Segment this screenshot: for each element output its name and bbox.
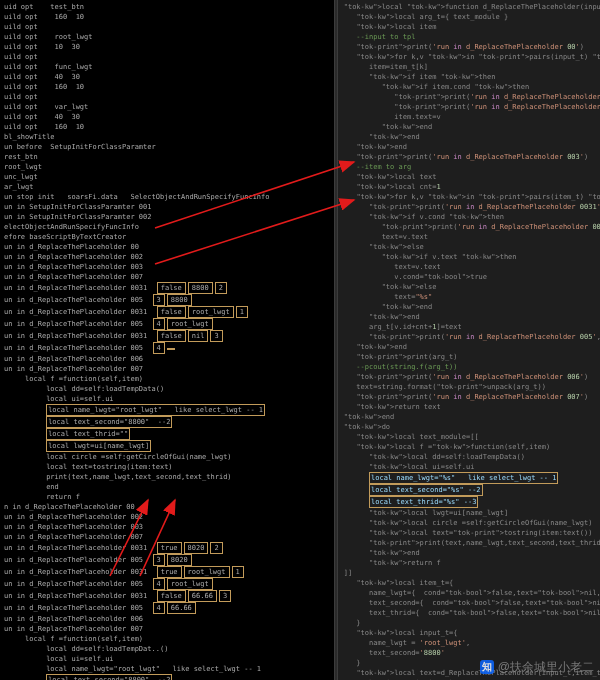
code-line: ar_lwgt [4, 182, 330, 192]
code-line: "tok-kw">local text_module=[[ [344, 432, 594, 442]
code-line: "tok-kw">end [344, 548, 594, 558]
code-line: un before SetupInitForClassParamter [4, 142, 330, 152]
code-line: un in SetupInitForClassParamter 002 [4, 212, 330, 222]
code-line: "tok-kw">local text [344, 172, 594, 182]
code-line: name_lwgt = 'root_lwgt', [344, 638, 594, 648]
code-line: text=string.format("tok-print">unpack(ar… [344, 382, 594, 392]
highlighted-line: local text_thrid="" [4, 428, 330, 440]
code-line: "tok-kw">local lwgt=ui[name_lwgt] [344, 508, 594, 518]
right-pane: "tok-kw">local "tok-kw">function d_Repla… [338, 0, 600, 680]
zhihu-icon: 知 [480, 660, 494, 674]
code-line: un in d_ReplaceThePlaceholder 007 [4, 624, 330, 634]
code-line: uild opt func_lwgt [4, 62, 330, 72]
code-line: unc_lwgt [4, 172, 330, 182]
code-line: "tok-print">print('run in d_ReplaceThePl… [344, 152, 594, 162]
code-line: "tok-kw">for k,v "tok-kw">in "tok-print"… [344, 52, 594, 62]
code-line: "tok-kw">end [344, 132, 594, 142]
code-line: text=v.text [344, 232, 594, 242]
code-line: "tok-kw">end [344, 312, 594, 322]
code-line: "tok-kw">for k,v "tok-kw">in "tok-print"… [344, 192, 594, 202]
code-line: un in d_ReplaceThePlaceholder 007 [4, 364, 330, 374]
code-line: "tok-print">print('run in d_ReplaceThePl… [344, 372, 594, 382]
code-line: local f =function(self,item) [4, 374, 330, 384]
code-line: "tok-kw">return text [344, 402, 594, 412]
code-line: uild opt [4, 52, 330, 62]
code-line: "tok-kw">else [344, 282, 594, 292]
code-line: uild opt 160 10 [4, 12, 330, 22]
output-row: un in d_ReplaceThePlaceholder 0031 false… [4, 306, 330, 318]
code-line: uild opt 10 30 [4, 42, 330, 52]
code-line: "tok-kw">local text="tok-print">tostring… [344, 528, 594, 538]
code-line: un in d_ReplaceThePlaceholder 007 [4, 532, 330, 542]
code-line: "tok-kw">local "tok-kw">function d_Repla… [344, 2, 594, 12]
output-row: un in d_ReplaceThePlaceholder 005 38800 [4, 294, 330, 306]
code-line: } [344, 618, 594, 628]
highlighted-line: local text_second="8800" --2 [4, 416, 330, 428]
code-line: "tok-kw">if item.cond "tok-kw">then [344, 82, 594, 92]
comment-line: --pcout(string.f(arg_t)) [344, 362, 594, 372]
code-line: "tok-kw">if v.cond "tok-kw">then [344, 212, 594, 222]
code-line: uild opt 40 30 [4, 112, 330, 122]
code-line: "tok-kw">local dd=self:loadTempData() [344, 452, 594, 462]
code-line: local dd=self:loadTempDat..() [4, 644, 330, 654]
code-line: "tok-kw">local arg_t={ text_module } [344, 12, 594, 22]
output-row: un in d_ReplaceThePlaceholder 0031 true8… [4, 542, 330, 554]
highlighted-line: local text_second="8800" --2 [4, 674, 330, 680]
code-line: v.cond="tok-bool">true [344, 272, 594, 282]
code-line: efore baseScriptByTextCreator [4, 232, 330, 242]
highlighted-template-line: local text_second="%s" --2 [344, 484, 594, 496]
code-line: text_thrid={ cond="tok-bool">false,text=… [344, 608, 594, 618]
code-line: uild opt [4, 92, 330, 102]
code-line: local ui=self.ui [4, 654, 330, 664]
code-line: un in d_ReplaceThePlaceholder 003 [4, 522, 330, 532]
code-line: "tok-kw">local ui=self.ui [344, 462, 594, 472]
code-line: "tok-print">print('run in d_ReplaceThePl… [344, 92, 594, 102]
code-line: "tok-print">print('run in d_ReplaceThePl… [344, 42, 594, 52]
code-line: local ui=self.ui [4, 394, 330, 404]
code-line: "tok-print">print('run in d_ReplaceThePl… [344, 392, 594, 402]
watermark-text: @扶余城里小老二 [498, 662, 594, 672]
code-line: local dd=self:loadTempData() [4, 384, 330, 394]
output-row: un in d_ReplaceThePlaceholder 0031 false… [4, 590, 330, 602]
highlighted-template-line: local name_lwgt="%s" like select_lwgt --… [344, 472, 594, 484]
code-line: item.text=v [344, 112, 594, 122]
code-line: "tok-kw">local cnt=1 [344, 182, 594, 192]
code-line: un in d_ReplaceThePlaceholder 007 [4, 272, 330, 282]
code-line: return f [4, 492, 330, 502]
code-line: "tok-kw">local input_t={ [344, 628, 594, 638]
highlighted-template-line: local text_thrid="%s" --3 [344, 496, 594, 508]
code-line: un in d_ReplaceThePlaceholder 002 [4, 252, 330, 262]
code-line: arg_t[v.id+cnt+1]=text [344, 322, 594, 332]
code-line: local circle =self:getCircleOfGui(name_l… [4, 452, 330, 462]
output-row: un in d_ReplaceThePlaceholder 005 38020 [4, 554, 330, 566]
code-line: "tok-kw">do [344, 422, 594, 432]
code-line: un in d_ReplaceThePlaceholder 002 [4, 512, 330, 522]
code-line: ]] [344, 568, 594, 578]
code-line: uild opt [4, 22, 330, 32]
code-line: text_second={ cond="tok-bool">false,text… [344, 598, 594, 608]
code-line: uid opt test_btn [4, 2, 330, 12]
output-row: un in d_ReplaceThePlaceholder 005 4 [4, 342, 330, 354]
code-line: text=v.text [344, 262, 594, 272]
output-row: un in d_ReplaceThePlaceholder 0031 false… [4, 330, 330, 342]
output-row: un in d_ReplaceThePlaceholder 005 4root_… [4, 318, 330, 330]
output-row: un in d_ReplaceThePlaceholder 0031 false… [4, 282, 330, 294]
code-line: "tok-print">print(arg_t) [344, 352, 594, 362]
code-line: local text=tostring(item:text) [4, 462, 330, 472]
code-line: "tok-kw">else [344, 242, 594, 252]
code-line: un in d_ReplaceThePlaceholder 006 [4, 614, 330, 624]
code-line: uild opt var_lwgt [4, 102, 330, 112]
code-line: electObjectAndRunSpecifyFuncInfo [4, 222, 330, 232]
code-line: local f =function(self,item) [4, 634, 330, 644]
output-row: un in d_ReplaceThePlaceholder 005 466.66 [4, 602, 330, 614]
comment-line: --item to arg [344, 162, 594, 172]
code-line: uild opt 160 10 [4, 82, 330, 92]
code-line: n in d_ReplaceThePlaceholder 00 [4, 502, 330, 512]
code-line: un stop init soarsFi.data SelectObjectAn… [4, 192, 330, 202]
comment-line: --input to tpl [344, 32, 594, 42]
code-line: "tok-kw">end [344, 122, 594, 132]
highlighted-line: local name_lwgt="root_lwgt" like select_… [4, 404, 330, 416]
code-line: local name_lwgt="root_lwgt" like select_… [4, 664, 330, 674]
code-line: "tok-kw">end [344, 302, 594, 312]
code-line: uild opt 160 10 [4, 122, 330, 132]
